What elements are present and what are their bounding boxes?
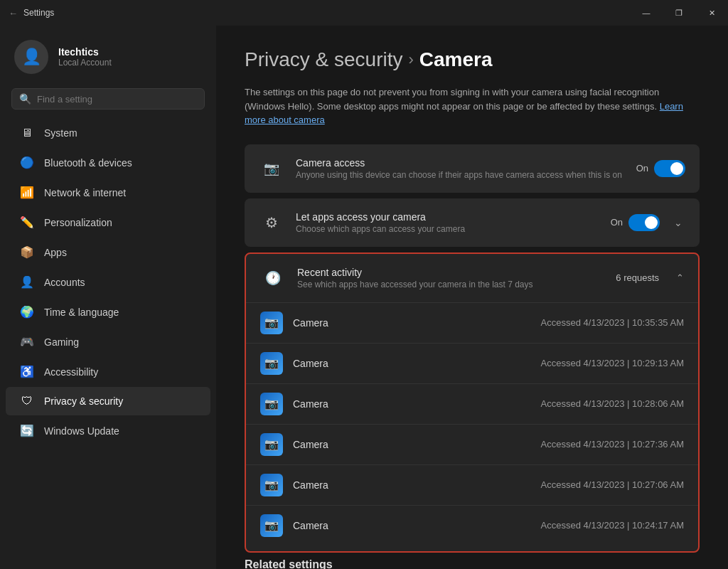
activity-row: 📷 Camera Accessed 4/13/2023 | 10:27:36 A… — [246, 424, 698, 464]
apps-access-desc: Choose which apps can access your camera — [296, 224, 599, 234]
apps-access-card: ⚙ Let apps access your camera Choose whi… — [245, 198, 700, 247]
app-name-5: Camera — [293, 520, 531, 531]
breadcrumb-parent[interactable]: Privacy & security — [245, 48, 403, 71]
sidebar-item-label-bluetooth: Bluetooth & devices — [44, 157, 132, 169]
camera-access-card: 📷 Camera access Anyone using this device… — [245, 144, 700, 193]
accounts-icon: 👤 — [20, 275, 34, 289]
app-name-0: Camera — [293, 317, 531, 329]
app-name-3: Camera — [293, 439, 531, 450]
close-button[interactable]: ✕ — [695, 0, 728, 26]
back-icon[interactable]: ← — [9, 8, 18, 18]
recent-activity-header: 🕐 Recent activity See which apps have ac… — [246, 254, 698, 302]
breadcrumb: Privacy & security › Camera — [245, 48, 700, 71]
breadcrumb-separator: › — [409, 50, 414, 69]
recent-activity-title: Recent activity — [297, 267, 604, 278]
apps-access-toggle-label: On — [611, 217, 623, 228]
sidebar-profile: 👤 Itechtics Local Account — [0, 26, 216, 85]
sidebar-search[interactable]: 🔍 — [11, 88, 205, 110]
description-text: The settings on this page do not prevent… — [245, 87, 659, 112]
apps-access-text: Let apps access your camera Choose which… — [296, 211, 599, 234]
apps-access-chevron[interactable]: ⌄ — [671, 214, 685, 231]
requests-badge: 6 requests — [616, 272, 659, 283]
breadcrumb-current: Camera — [419, 48, 493, 71]
access-time-5: Accessed 4/13/2023 | 10:24:17 AM — [541, 520, 684, 531]
sidebar-item-update[interactable]: 🔄 Windows Update — [6, 416, 210, 445]
sidebar-item-label-gaming: Gaming — [44, 336, 79, 348]
camera-access-text: Camera access Anyone using this device c… — [296, 157, 625, 180]
sidebar-item-label-network: Network & internet — [44, 187, 126, 198]
sidebar-item-personalization[interactable]: ✏️ Personalization — [6, 208, 210, 237]
bluetooth-icon: 🔵 — [20, 156, 34, 169]
access-time-4: Accessed 4/13/2023 | 10:27:06 AM — [541, 479, 684, 490]
apps-access-toggle-wrap: On — [611, 214, 660, 231]
personalization-icon: ✏️ — [20, 216, 34, 229]
page-description: The settings on this page do not prevent… — [245, 85, 700, 127]
sidebar-item-label-accounts: Accounts — [44, 277, 85, 288]
sidebar-item-bluetooth[interactable]: 🔵 Bluetooth & devices — [6, 148, 210, 177]
access-time-3: Accessed 4/13/2023 | 10:27:36 AM — [541, 439, 684, 450]
sidebar-item-time[interactable]: 🌍 Time & language — [6, 297, 210, 326]
camera-app-icon-4: 📷 — [260, 474, 283, 496]
maximize-button[interactable]: ❐ — [663, 0, 695, 26]
time-icon: 🌍 — [20, 305, 34, 319]
sidebar-item-apps[interactable]: 📦 Apps — [6, 238, 210, 267]
activity-row: 📷 Camera Accessed 4/13/2023 | 10:24:17 A… — [246, 505, 698, 546]
sidebar-item-network[interactable]: 📶 Network & internet — [6, 178, 210, 207]
avatar: 👤 — [14, 40, 48, 74]
nav-list: 🖥 System 🔵 Bluetooth & devices 📶 Network… — [0, 118, 216, 446]
camera-access-toggle[interactable] — [654, 160, 685, 177]
app-name-1: Camera — [293, 358, 531, 369]
apps-access-icon: ⚙ — [259, 210, 284, 235]
apps-access-title: Let apps access your camera — [296, 211, 599, 223]
profile-name: Itechtics — [58, 46, 112, 58]
sidebar-item-label-time: Time & language — [44, 307, 119, 318]
access-time-0: Accessed 4/13/2023 | 10:35:35 AM — [541, 317, 684, 328]
camera-access-desc: Anyone using this device can choose if t… — [296, 170, 625, 180]
app-body: 👤 Itechtics Local Account 🔍 🖥 System 🔵 B… — [0, 26, 728, 569]
camera-app-icon-2: 📷 — [260, 393, 283, 415]
sidebar-item-label-personalization: Personalization — [44, 217, 112, 228]
network-icon: 📶 — [20, 186, 34, 199]
apps-access-toggle[interactable] — [628, 214, 660, 231]
titlebar-title: Settings — [23, 8, 54, 18]
search-input[interactable] — [37, 94, 197, 105]
titlebar-controls: — ❐ ✕ — [630, 0, 728, 26]
search-icon: 🔍 — [19, 93, 31, 105]
camera-access-title: Camera access — [296, 157, 625, 169]
activity-row: 📷 Camera Accessed 4/13/2023 | 10:27:06 A… — [246, 464, 698, 505]
access-time-2: Accessed 4/13/2023 | 10:28:06 AM — [541, 398, 684, 409]
sidebar: 👤 Itechtics Local Account 🔍 🖥 System 🔵 B… — [0, 26, 216, 569]
sidebar-item-label-privacy: Privacy & security — [44, 395, 123, 407]
recent-activity-desc: See which apps have accessed your camera… — [297, 280, 604, 289]
camera-access-toggle-wrap: On — [636, 160, 685, 177]
sidebar-item-accessibility[interactable]: ♿ Accessibility — [6, 357, 210, 386]
sidebar-item-label-system: System — [44, 127, 77, 139]
profile-info: Itechtics Local Account — [58, 46, 112, 68]
privacy-icon: 🛡 — [20, 395, 34, 408]
camera-app-icon-0: 📷 — [260, 312, 283, 334]
profile-subtitle: Local Account — [58, 58, 112, 68]
activity-row: 📷 Camera Accessed 4/13/2023 | 10:29:13 A… — [246, 343, 698, 383]
sidebar-item-accounts[interactable]: 👤 Accounts — [6, 267, 210, 297]
titlebar: ← Settings — ❐ ✕ — [0, 0, 728, 26]
main-content: Privacy & security › Camera The settings… — [216, 26, 728, 569]
activity-list: 📷 Camera Accessed 4/13/2023 | 10:35:35 A… — [246, 302, 698, 551]
sidebar-item-label-accessibility: Accessibility — [44, 366, 98, 378]
camera-icon: 📷 — [259, 156, 284, 181]
titlebar-left: ← Settings — [9, 8, 54, 18]
recent-activity-chevron[interactable]: ⌃ — [676, 272, 684, 283]
recent-activity-text: Recent activity See which apps have acce… — [297, 267, 604, 289]
sidebar-item-privacy[interactable]: 🛡 Privacy & security — [6, 387, 210, 415]
related-settings-label: Related settings — [245, 558, 700, 570]
sidebar-item-system[interactable]: 🖥 System — [6, 119, 210, 147]
camera-app-icon-3: 📷 — [260, 433, 283, 456]
update-icon: 🔄 — [20, 424, 34, 437]
minimize-button[interactable]: — — [630, 0, 663, 26]
sidebar-item-gaming[interactable]: 🎮 Gaming — [6, 327, 210, 356]
app-name-2: Camera — [293, 398, 531, 410]
activity-row: 📷 Camera Accessed 4/13/2023 | 10:28:06 A… — [246, 383, 698, 424]
access-time-1: Accessed 4/13/2023 | 10:29:13 AM — [541, 358, 684, 368]
gaming-icon: 🎮 — [20, 335, 34, 349]
recent-activity-card: 🕐 Recent activity See which apps have ac… — [245, 252, 700, 553]
camera-app-icon-1: 📷 — [260, 352, 283, 375]
